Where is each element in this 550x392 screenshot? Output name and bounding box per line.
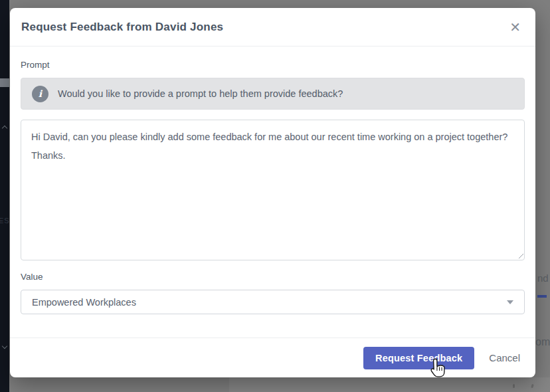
value-label: Value [21, 272, 525, 282]
background-text-mark [513, 384, 515, 388]
app-sidebar: ES [0, 0, 9, 392]
value-select-selected: Empowered Workplaces [32, 297, 136, 308]
modal-body: Prompt i Would you like to provide a pro… [10, 47, 535, 338]
modal-title: Request Feedback from David Jones [21, 21, 223, 34]
background-text-fragment: om [535, 336, 550, 348]
sidebar-active-item [0, 78, 9, 87]
background-content-panel [229, 377, 550, 392]
chevron-down-icon [507, 300, 513, 304]
prompt-textarea[interactable]: Hi David, can you please kindly add some… [21, 120, 525, 260]
info-icon: i [32, 86, 48, 102]
info-banner: i Would you like to provide a prompt to … [21, 78, 525, 110]
cursor-pointer-icon [429, 357, 446, 380]
prompt-label: Prompt [21, 60, 525, 70]
prompt-textarea-wrap: Hi David, can you please kindly add some… [21, 120, 525, 260]
value-select[interactable]: Empowered Workplaces [21, 290, 525, 314]
sidebar-text-fragment: ES [0, 217, 10, 225]
chevron-down-icon [2, 343, 7, 348]
modal-header: Request Feedback from David Jones ✕ [10, 8, 535, 47]
background-link-fragment [537, 295, 547, 298]
request-feedback-modal: Request Feedback from David Jones ✕ Prom… [10, 8, 535, 377]
request-feedback-button[interactable]: Request Feedback [363, 347, 474, 369]
modal-footer: Request Feedback Cancel [10, 338, 535, 377]
cancel-button[interactable]: Cancel [489, 352, 520, 363]
close-icon[interactable]: ✕ [505, 18, 525, 37]
info-banner-text: Would you like to provide a prompt to he… [58, 88, 343, 99]
background-text-fragment: nd [537, 272, 549, 284]
chevron-up-icon [2, 125, 7, 130]
